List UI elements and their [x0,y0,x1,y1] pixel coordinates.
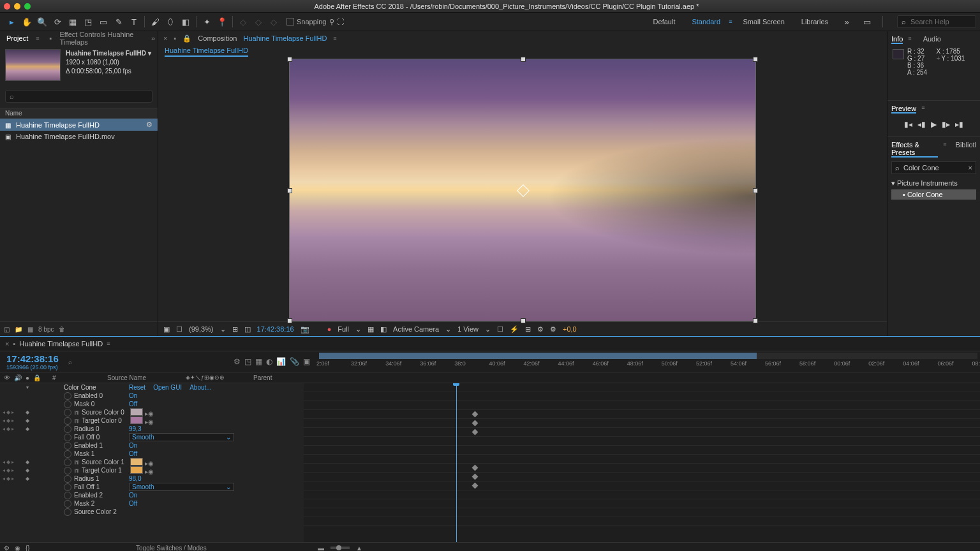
resize-handle[interactable] [287,188,292,193]
overflow-icon[interactable]: » [840,15,853,28]
reset-workspace-icon[interactable]: ▭ [861,15,873,28]
selection-tool-icon[interactable]: ▸ [5,15,18,28]
close-icon[interactable] [4,3,10,10]
chevron-down-icon[interactable]: ⌄ [485,325,491,334]
track-row[interactable] [304,455,980,464]
zoom-slider[interactable] [330,547,350,549]
grid-icon[interactable]: ▦ [368,325,374,334]
eraser-tool-icon[interactable]: ◧ [179,15,192,28]
help-search[interactable]: ⌕ [897,15,976,28]
clip-icon[interactable]: 📎 [290,357,299,366]
composition-name[interactable]: Huahine Timelapse FullHD [243,34,327,42]
clone-tool-icon[interactable]: ⬯ [164,15,177,28]
motion-blur-icon[interactable]: ◐ [266,357,272,366]
keyframe-icon[interactable] [472,411,479,418]
playhead[interactable] [456,383,457,542]
keyframe-icon[interactable] [472,474,479,480]
track-row[interactable] [304,419,980,428]
roto-tool-icon[interactable]: ✦ [200,15,213,28]
first-frame-icon[interactable]: ▮◂ [904,120,912,129]
track-row[interactable] [304,410,980,419]
chevron-down-icon[interactable]: ⌄ [355,325,361,334]
pixel-aspect-icon[interactable]: ☐ [497,325,503,334]
puppet-tool-icon[interactable]: 📍 [216,15,228,28]
graph-editor-icon[interactable]: 📊 [276,357,286,366]
lock-icon[interactable]: 🔒 [182,34,191,43]
property-row[interactable]: Source Color 2 [0,508,304,516]
timeline-search[interactable]: ⌕ [65,357,227,367]
open-gui-link[interactable]: Open GUI [153,384,182,391]
play-icon[interactable]: ▶ [931,120,937,129]
snapshot-icon[interactable]: 📷 [301,325,309,334]
trash-icon[interactable]: 🗑 [59,326,65,333]
property-row[interactable]: Fall Off 0Smooth⌄ [0,433,304,441]
camera-select[interactable]: Active Camera [393,325,439,333]
keyframe-icon[interactable] [472,465,479,471]
property-row[interactable]: ◂ ◆ ▸◆⩎Source Color 0 ▸◉ [0,408,304,416]
maximize-icon[interactable] [24,3,31,10]
column-source-name[interactable]: Source Name [107,374,146,381]
flowchart-icon[interactable]: ⚙ [537,325,544,334]
property-row[interactable]: Enabled 0On [0,392,304,400]
eye-icon[interactable]: 👁 [4,374,10,381]
minimize-icon[interactable] [14,3,20,10]
effects-search-input[interactable] [902,163,962,172]
effect-header-row[interactable]: ▾ Color Cone Reset Open GUI About... [0,383,304,392]
tab-effect-controls[interactable]: Effect Controls Huahine Timelaps [56,29,147,47]
snapping-toggle[interactable]: Snapping ⚲ ⛶ [286,18,344,26]
property-row[interactable]: ◂ ◆ ▸◆Radius 198,0 [0,474,304,483]
zoom-level[interactable]: (99,3%) [189,325,214,333]
effects-search[interactable]: ⌕ × [891,161,976,174]
render-queue-icon[interactable]: ◉ [15,545,20,552]
comp-mini-flowchart-icon[interactable]: ⚙ [234,357,241,366]
property-row[interactable]: Mask 2Off [0,499,304,508]
timeline-icon[interactable]: ⊞ [525,325,531,334]
chevron-down-icon[interactable]: ⌄ [445,325,451,334]
last-frame-icon[interactable]: ▸▮ [955,120,963,129]
zoom-out-icon[interactable]: ▬ [318,545,324,552]
property-row[interactable]: Fall Off 1Smooth⌄ [0,483,304,491]
zoom-in-icon[interactable]: ▲ [356,545,362,552]
reset-link[interactable]: Reset [129,384,145,391]
new-folder-icon[interactable]: 📁 [15,326,22,333]
column-parent[interactable]: Parent [253,374,308,381]
fast-preview-icon[interactable]: ⚡ [510,325,519,334]
track-row[interactable] [304,508,980,517]
channel-icon[interactable]: ● [327,325,332,333]
camera-tool-icon[interactable]: ▦ [66,15,79,28]
exposure-reset-icon[interactable]: ⚙ [550,325,556,334]
clear-icon[interactable]: × [969,164,972,172]
frame-blend-icon[interactable]: ▦ [255,357,262,366]
exposure-value[interactable]: +0,0 [563,325,577,333]
project-search[interactable]: ⌕ [5,90,152,103]
close-tab-icon[interactable]: × [163,34,167,42]
audio-icon[interactable]: 🔊 [14,374,22,381]
keyframe-icon[interactable] [472,483,479,489]
composition-viewer[interactable] [158,58,887,321]
property-row[interactable]: ◂ ◆ ▸◆Radius 099,3 [0,425,304,433]
brush-tool-icon[interactable]: 🖌 [149,15,161,28]
property-row[interactable]: ◂ ◆ ▸◆⩎Target Color 1 ▸◉ [0,466,304,474]
workspace-libraries[interactable]: Libraries [796,16,834,27]
timeline-tab[interactable]: Huahine Timelapse FullHD [19,340,103,348]
hand-tool-icon[interactable]: ✋ [20,15,33,28]
time-ruler[interactable]: 2:06f32:06f34:06f36:06f38:040:06f42:06f4… [316,351,980,372]
property-row[interactable]: Mask 1Off [0,450,304,458]
help-search-input[interactable] [909,17,969,26]
track-row[interactable] [304,401,980,410]
next-frame-icon[interactable]: ▮▸ [942,120,950,129]
pen-tool-icon[interactable]: ✎ [112,15,125,28]
mask-icon[interactable]: ◧ [380,325,387,334]
track-row[interactable] [304,517,980,526]
track-row[interactable] [304,481,980,490]
track-row[interactable] [304,437,980,446]
orbit-tool-icon[interactable]: ⟳ [51,15,64,28]
column-header-name[interactable]: Name [0,108,158,119]
workspace-small-screen[interactable]: Small Screen [737,16,790,27]
keyframe-icon[interactable] [472,429,479,436]
property-row[interactable]: Mask 0Off [0,400,304,408]
draft-3d-icon[interactable]: ◳ [244,357,251,366]
track-row[interactable] [304,490,980,499]
roi-icon[interactable]: ◫ [244,325,251,334]
toggle-switches[interactable]: Toggle Switches / Modes [35,545,308,552]
